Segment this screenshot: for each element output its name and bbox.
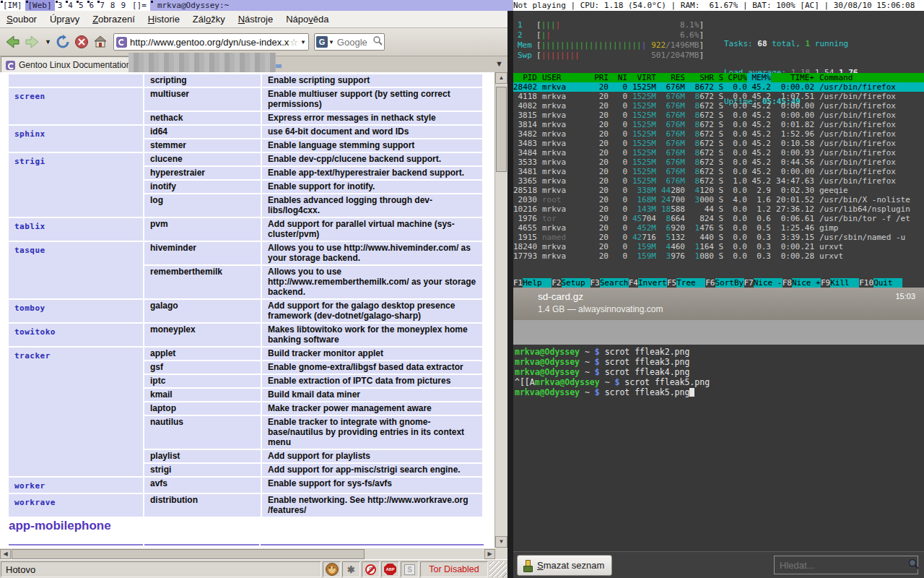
vertical-scrollbar[interactable]: ▲ ▼ (494, 72, 507, 548)
package-link[interactable]: worker (14, 481, 45, 491)
stop-button[interactable] (74, 35, 89, 49)
use-flag: kmail (144, 389, 261, 401)
dwm-tag[interactable]: 6 (87, 0, 97, 11)
menu-zobrazení[interactable]: Zobrazení (86, 14, 141, 25)
url-bar[interactable]: ☆ ▼ (113, 33, 309, 51)
home-button[interactable] (93, 35, 108, 49)
firefox-window: SouborÚpravyZobrazeníHistorieZáložkyNást… (0, 11, 507, 578)
stylish-icon[interactable]: S (401, 561, 419, 577)
menu-soubor[interactable]: Soubor (0, 14, 43, 25)
scroll-left-icon[interactable]: ◀ (0, 549, 11, 559)
dwm-tag[interactable]: 8 (108, 0, 118, 11)
reload-button[interactable] (56, 35, 70, 49)
site-favicon (116, 37, 127, 48)
clear-list-button[interactable]: Smazat seznam (517, 555, 612, 576)
tab-favicon (6, 61, 15, 70)
dwm-tags[interactable]: [IM][Web]3456789 (0, 0, 128, 11)
scroll-right-icon[interactable]: ▶ (484, 549, 495, 559)
dwm-tag[interactable]: 3 (55, 0, 66, 11)
use-flag-description: Enable networking. See http://www.workra… (262, 494, 482, 517)
package-link[interactable]: screen (14, 92, 45, 101)
dwm-system-status: Not playing | CPU: 1.18 (54.0°C) | RAM: … (513, 0, 924, 11)
tab-censored[interactable] (128, 53, 276, 72)
shell-terminal[interactable]: mrkva@Odyssey ~ $ scrot ffleak2.pngmrkva… (513, 345, 924, 551)
htop-process-row: 4655mrkva200452M69201476S0.00.51:25.46gi… (513, 223, 924, 233)
page-content: scriptingEnable scripting supportscreenm… (0, 72, 507, 548)
torbutton-status[interactable]: Tor Disabled (420, 561, 488, 577)
next-table-border (9, 544, 143, 545)
horizontal-scrollbar[interactable]: ◀ ▶ (0, 548, 495, 560)
google-logo-icon[interactable]: G (316, 36, 328, 48)
dwm-tag[interactable]: 7 (97, 0, 108, 11)
search-magnifier-icon[interactable] (372, 35, 383, 48)
foxyproxy-icon[interactable] (323, 561, 341, 577)
status-text: Hotovo (1, 561, 321, 577)
downloads-search-input[interactable] (775, 559, 908, 571)
htop-process-row: 3484mrkva2001525M676M8672S0.045.20:00.93… (513, 148, 924, 158)
htop-process-row: 2030root200168M247003000S4.01.620:01.52/… (513, 195, 924, 204)
htop-header-row[interactable]: PIDUSERPRINIVIRTRESSHRSCPU%MEM%TIME+Comm… (513, 73, 924, 82)
table-row: tasquehiveminderAllows you to use http:/… (9, 242, 482, 264)
download-item[interactable]: sd-card.gz 15:03 1.4 GB — alwaysinnovati… (513, 288, 924, 320)
package-link[interactable]: tracker (14, 351, 51, 361)
fkey-F8: F8 (783, 278, 792, 288)
adblock-plus-icon[interactable]: ABP (381, 561, 399, 577)
history-dropdown-icon[interactable]: ▼ (45, 38, 51, 46)
use-flag: distribution (144, 494, 261, 517)
clear-brush-icon (522, 560, 533, 571)
url-dropdown-icon[interactable]: ▼ (300, 39, 306, 46)
package-link[interactable]: sphinx (14, 129, 45, 139)
package-link[interactable]: workrave (14, 498, 56, 507)
use-flag-description: Enable support for inotify. (262, 181, 482, 193)
bug-addon-icon[interactable]: ✱ (342, 561, 360, 577)
package-link[interactable]: towitoko (14, 327, 56, 337)
dwm-window-title: mrkva@Odyssey:~ (150, 0, 513, 11)
dwm-tag[interactable]: [IM] (0, 0, 25, 11)
dwm-tag[interactable]: 5 (76, 0, 87, 11)
use-flag-description: Make tracker power management aware (262, 402, 482, 415)
noscript-icon[interactable]: S (362, 561, 380, 577)
horizontal-scrollbar-thumb[interactable] (12, 549, 365, 559)
back-button[interactable] (4, 35, 20, 49)
menu-úpravy[interactable]: Úpravy (43, 14, 86, 25)
use-flag-description: Enable gnome-extra/libgsf based data ext… (262, 361, 482, 374)
dwm-tag[interactable]: 9 (118, 0, 128, 11)
next-table-border (261, 544, 484, 545)
vertical-scrollbar-thumb[interactable] (496, 87, 507, 172)
htop-process-row: 3481mrkva2001525M676M8672S0.045.20:00.00… (513, 167, 924, 176)
package-link[interactable]: strigi (14, 157, 45, 166)
tab-list-dropdown-icon[interactable]: ▼ (495, 59, 503, 68)
menu-nápověda[interactable]: Nápověda (279, 14, 335, 25)
use-flag: galago (144, 300, 261, 322)
package-link[interactable]: tasque (14, 246, 45, 255)
bookmark-star-icon[interactable]: ☆ (289, 37, 298, 48)
search-input[interactable] (334, 37, 372, 48)
use-flag-description: Add support for app-misc/strigi search e… (262, 464, 482, 476)
downloads-search[interactable] (774, 556, 918, 574)
dwm-tag[interactable]: 4 (65, 0, 76, 11)
downloads-footer: Smazat seznam (513, 551, 924, 578)
dwm-layout-symbol[interactable]: []= (128, 0, 150, 11)
package-link[interactable]: tomboy (14, 303, 45, 313)
use-flag-description: Build kmail data miner (262, 389, 482, 401)
search-bar[interactable]: G ▼ (314, 33, 385, 51)
menu-historie[interactable]: Historie (141, 14, 186, 25)
htop-process-row: 28402mrkva2001525M676M8672S0.045.20:00.0… (513, 82, 924, 92)
search-engine-dropdown-icon[interactable]: ▼ (328, 39, 334, 46)
use-flag: rememberthemilk (144, 266, 261, 298)
resize-grip[interactable] (489, 561, 507, 577)
fkey-F10: F10 (859, 278, 873, 288)
use-flag-description: Allows you to use http://www.hiveminder.… (262, 242, 482, 264)
forward-button[interactable] (25, 35, 40, 49)
table-row: tomboygalagoAdd support for the galago d… (9, 300, 482, 322)
dwm-tag[interactable]: [Web] (25, 0, 55, 11)
scroll-up-icon[interactable]: ▲ (495, 72, 507, 84)
download-meta: 1.4 GB — alwaysinnovating.com (538, 304, 663, 314)
menu-nástroje[interactable]: Nástroje (232, 14, 279, 25)
url-input[interactable] (127, 37, 289, 48)
scroll-down-icon[interactable]: ▼ (495, 536, 507, 548)
htop-terminal[interactable]: 1[||||8.1%]2[||6.6%]Mem[||||||||||||||||… (513, 11, 924, 288)
menu-záložky[interactable]: Záložky (186, 14, 232, 25)
use-flag: nautilus (144, 416, 261, 449)
package-link[interactable]: tablix (14, 222, 45, 231)
